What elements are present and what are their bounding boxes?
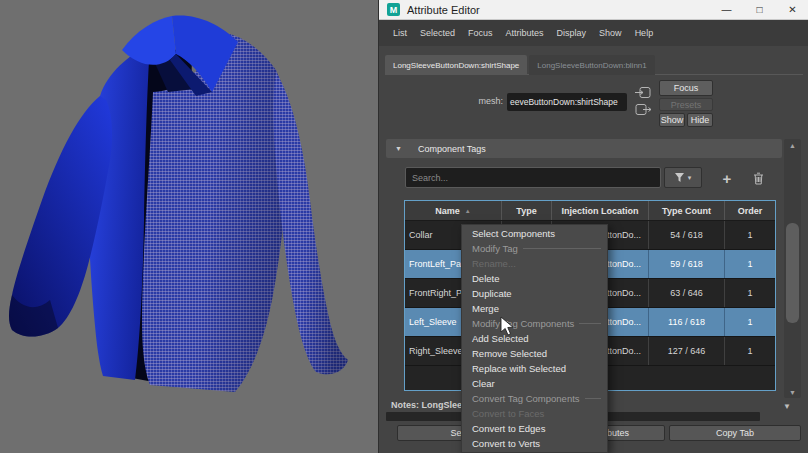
menu-item-duplicate[interactable]: Duplicate	[462, 286, 607, 301]
chevron-down-icon: ▾	[688, 174, 692, 182]
presets-button[interactable]: Presets	[659, 98, 713, 111]
menu-item-rename: Rename...	[462, 256, 607, 271]
collapse-arrow-icon[interactable]: ▼	[395, 145, 402, 152]
menu-item-clear[interactable]: Clear	[462, 376, 607, 391]
notes-label: Notes: LongSlee	[391, 400, 462, 410]
title-bar[interactable]: M Attribute Editor — □ ✕	[379, 0, 808, 20]
input-connection-icon[interactable]	[635, 86, 651, 99]
column-header-count[interactable]: Type Count	[649, 201, 725, 220]
shirt-model	[0, 0, 378, 453]
search-input[interactable]	[405, 167, 661, 188]
scroll-down-icon[interactable]: ▼	[784, 386, 801, 398]
menu-display[interactable]: Display	[557, 28, 587, 38]
scrollbar-thumb[interactable]	[786, 223, 799, 323]
delete-tag-button[interactable]	[749, 170, 767, 187]
tab-blinn1[interactable]: LongSleeveButtonDown:blinn1	[529, 55, 654, 75]
menu-section-convert-tag-components: Convert Tag Components	[462, 391, 607, 406]
menu-focus[interactable]: Focus	[468, 28, 493, 38]
menu-item-remove-selected[interactable]: Remove Selected	[462, 346, 607, 361]
show-button[interactable]: Show	[659, 113, 685, 127]
context-menu: Select Components Modify Tag Rename... D…	[461, 224, 608, 453]
node-tabs: LongSleeveButtonDown:shirtShape LongSlee…	[385, 55, 803, 75]
menu-item-convert-to-faces: Convert to Faces	[462, 406, 607, 421]
menu-item-select-components[interactable]: Select Components	[462, 226, 607, 241]
column-header-order[interactable]: Order	[725, 201, 775, 220]
add-tag-button[interactable]: +	[717, 168, 737, 188]
mouse-cursor	[500, 316, 514, 336]
menu-section-modify-tag: Modify Tag	[462, 241, 607, 256]
window-controls: — □ ✕	[710, 0, 808, 19]
column-header-type[interactable]: Type	[502, 201, 552, 220]
column-header-injection[interactable]: Injection Location	[552, 201, 649, 220]
window-title: Attribute Editor	[407, 4, 480, 16]
close-icon[interactable]: ✕	[776, 0, 808, 19]
maximize-icon[interactable]: □	[743, 0, 776, 19]
table-header: Name ▲ Type Injection Location Type Coun…	[405, 201, 775, 221]
mesh-name-field[interactable]: eeveButtonDown:shirtShape	[507, 93, 627, 111]
maya-screenshot: M Attribute Editor — □ ✕ List Selected F…	[0, 0, 808, 453]
menu-list[interactable]: List	[393, 28, 407, 38]
tab-shirtshape[interactable]: LongSleeveButtonDown:shirtShape	[385, 55, 527, 75]
menu-item-convert-to-verts[interactable]: Convert to Verts	[462, 436, 607, 451]
3d-viewport[interactable]	[0, 0, 378, 453]
menu-attributes[interactable]: Attributes	[506, 28, 544, 38]
menu-section-modify-tag-components: Modify Tag Components	[462, 316, 607, 331]
minimize-icon[interactable]: —	[710, 0, 743, 19]
column-header-name[interactable]: Name ▲	[405, 201, 502, 220]
menu-show[interactable]: Show	[599, 28, 622, 38]
menu-item-merge[interactable]: Merge	[462, 301, 607, 316]
component-tags-section-header[interactable]: ▼ Component Tags	[386, 139, 782, 158]
copy-tab-button[interactable]: Copy Tab	[669, 425, 801, 441]
maya-app-icon: M	[387, 3, 400, 16]
menu-item-convert-to-edges[interactable]: Convert to Edges	[462, 421, 607, 436]
scroll-up-icon[interactable]: ▲	[784, 139, 801, 151]
filter-button[interactable]: ▾	[664, 167, 702, 188]
output-connection-icon[interactable]	[635, 103, 651, 116]
funnel-icon	[675, 173, 684, 182]
menu-help[interactable]: Help	[635, 28, 654, 38]
menu-item-add-selected[interactable]: Add Selected	[462, 331, 607, 346]
notes-collapse-icon[interactable]: ▼	[783, 402, 791, 411]
section-title: Component Tags	[418, 144, 486, 154]
menu-bar: List Selected Focus Attributes Display S…	[379, 20, 808, 46]
focus-button[interactable]: Focus	[659, 80, 713, 96]
hide-button[interactable]: Hide	[687, 113, 713, 127]
panel-scrollbar[interactable]: ▲ ▼	[784, 139, 801, 398]
trash-icon	[753, 172, 764, 185]
mesh-label: mesh:	[437, 96, 503, 106]
sort-indicator-icon: ▲	[465, 208, 471, 214]
menu-item-replace-with-selected[interactable]: Replace with Selected	[462, 361, 607, 376]
menu-selected[interactable]: Selected	[420, 28, 455, 38]
menu-item-delete[interactable]: Delete	[462, 271, 607, 286]
